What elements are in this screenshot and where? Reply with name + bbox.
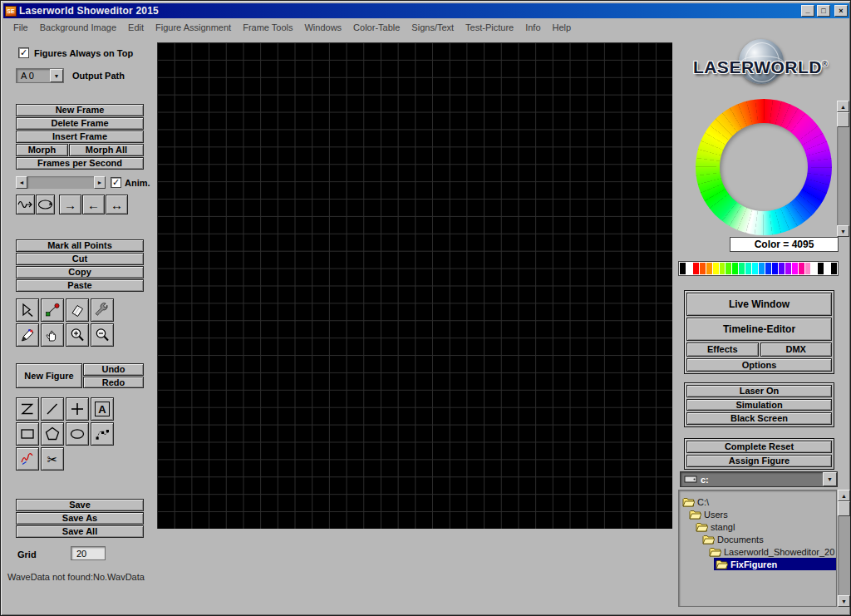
frames-per-second-button[interactable]: Frames per Second bbox=[16, 157, 144, 170]
palette-swatch[interactable] bbox=[765, 263, 771, 274]
palette-swatch[interactable] bbox=[752, 263, 758, 274]
wrench-tool-button[interactable] bbox=[91, 298, 114, 322]
color-wheel[interactable] bbox=[696, 99, 832, 235]
drive-combo-arrow-icon[interactable]: ▼ bbox=[823, 472, 837, 486]
menu-test-picture[interactable]: Test-Picture bbox=[460, 20, 519, 35]
palette-swatch[interactable] bbox=[792, 263, 798, 274]
anim-rotate-button[interactable] bbox=[36, 195, 55, 214]
morph-button[interactable]: Morph bbox=[16, 144, 68, 156]
palette-swatch[interactable] bbox=[811, 263, 817, 274]
scroll-down-icon[interactable]: ▼ bbox=[837, 225, 849, 237]
cut-button[interactable]: Cut bbox=[16, 253, 144, 265]
figures-on-top-checkbox[interactable]: ✓ bbox=[18, 47, 29, 58]
menu-help[interactable]: Help bbox=[547, 20, 578, 35]
color-scrollbar-track[interactable] bbox=[837, 112, 849, 225]
anim-checkbox[interactable]: ✓ bbox=[111, 177, 121, 188]
close-button[interactable]: × bbox=[834, 5, 848, 17]
grid-size-input[interactable]: 20 bbox=[71, 546, 106, 560]
frame-scrollbar-track[interactable] bbox=[27, 176, 94, 189]
mark-all-points-button[interactable]: Mark all Points bbox=[16, 239, 144, 252]
live-window-button[interactable]: Live Window bbox=[686, 293, 832, 316]
zigzag-figure-button[interactable] bbox=[16, 397, 39, 421]
scroll-up-icon[interactable]: ▲ bbox=[838, 490, 850, 501]
folder-tree-scrollbar[interactable]: ▲ ▼ bbox=[838, 490, 850, 607]
drive-select[interactable]: c: ▼ bbox=[680, 471, 838, 487]
palette-swatch[interactable] bbox=[779, 263, 785, 274]
palette-swatch[interactable] bbox=[726, 263, 731, 274]
new-frame-button[interactable]: New Frame bbox=[16, 104, 144, 116]
zoom-in-button[interactable] bbox=[66, 323, 89, 347]
menu-signs-text[interactable]: Signs/Text bbox=[406, 20, 460, 35]
frame-scrollbar[interactable]: ◄ ► bbox=[16, 176, 106, 189]
scroll-right-icon[interactable]: ► bbox=[94, 176, 106, 189]
combo-arrow-icon[interactable]: ▼ bbox=[50, 69, 63, 82]
bezier-figure-button[interactable] bbox=[91, 422, 114, 446]
copy-button[interactable]: Copy bbox=[16, 266, 144, 278]
color-wheel-scrollbar[interactable]: ▲ ▼ bbox=[837, 101, 849, 237]
complete-reset-button[interactable]: Complete Reset bbox=[686, 441, 832, 453]
palette-swatch[interactable] bbox=[706, 263, 712, 274]
palette-swatch[interactable] bbox=[720, 263, 726, 274]
select-tool-button[interactable] bbox=[16, 298, 39, 322]
zoom-out-button[interactable] bbox=[91, 323, 114, 347]
anim-pingpong-button[interactable]: ↔ bbox=[106, 195, 128, 214]
color-value-field[interactable]: Color = 4095 bbox=[730, 237, 839, 252]
anim-wave-button[interactable] bbox=[16, 195, 35, 214]
scissors-figure-button[interactable]: ✂ bbox=[41, 447, 64, 471]
palette-swatch[interactable] bbox=[700, 263, 706, 274]
save-as-button[interactable]: Save As bbox=[16, 512, 144, 525]
menu-frame-tools[interactable]: Frame Tools bbox=[237, 20, 298, 35]
palette-swatch[interactable] bbox=[693, 263, 699, 274]
tree-scrollbar-track[interactable] bbox=[838, 501, 850, 595]
palette-swatch[interactable] bbox=[739, 263, 745, 274]
scroll-down-icon[interactable]: ▼ bbox=[838, 595, 850, 607]
palette-swatch[interactable] bbox=[686, 263, 692, 274]
new-figure-button[interactable]: New Figure bbox=[16, 363, 82, 388]
tree-scrollbar-thumb[interactable] bbox=[838, 501, 850, 516]
menu-info[interactable]: Info bbox=[519, 20, 546, 35]
dmx-button[interactable]: DMX bbox=[760, 342, 833, 357]
save-all-button[interactable]: Save All bbox=[16, 525, 144, 538]
eraser-button[interactable] bbox=[66, 298, 89, 322]
undo-button[interactable]: Undo bbox=[83, 363, 144, 376]
anim-backward-button[interactable]: ← bbox=[82, 195, 105, 214]
insert-frame-button[interactable]: Insert Frame bbox=[16, 131, 144, 143]
laser-on-button[interactable]: Laser On bbox=[686, 385, 832, 397]
color-scrollbar-thumb[interactable] bbox=[837, 112, 849, 127]
black-screen-button[interactable]: Black Screen bbox=[686, 412, 832, 425]
line-figure-button[interactable] bbox=[41, 397, 64, 421]
menu-figure-assignment[interactable]: Figure Assignment bbox=[150, 20, 237, 35]
menu-file[interactable]: File bbox=[7, 20, 34, 35]
palette-swatch[interactable] bbox=[824, 263, 830, 274]
tree-item-c-drive[interactable]: C:\ bbox=[679, 495, 836, 508]
anim-forward-button[interactable]: → bbox=[59, 195, 81, 214]
ellipse-figure-button[interactable] bbox=[66, 422, 89, 446]
minimize-button[interactable]: _ bbox=[801, 5, 814, 17]
menu-edit[interactable]: Edit bbox=[122, 20, 150, 35]
tree-item-documents[interactable]: Documents bbox=[679, 533, 836, 545]
delete-frame-button[interactable]: Delete Frame bbox=[16, 117, 144, 130]
palette-swatch[interactable] bbox=[680, 263, 686, 274]
save-button[interactable]: Save bbox=[16, 499, 144, 511]
restore-button[interactable]: □ bbox=[817, 5, 830, 17]
effects-button[interactable]: Effects bbox=[686, 342, 759, 357]
menu-background-image[interactable]: Background Image bbox=[34, 20, 122, 35]
tree-item-stangl[interactable]: stangl bbox=[679, 520, 836, 533]
tree-item-laserworld-showeditor[interactable]: Laserworld_Showeditor_20 bbox=[679, 545, 836, 558]
rectangle-figure-button[interactable] bbox=[16, 422, 39, 446]
pen-tool-button[interactable] bbox=[16, 323, 39, 347]
palette-swatch[interactable] bbox=[772, 263, 778, 274]
cross-figure-button[interactable] bbox=[66, 397, 89, 421]
tree-item-users[interactable]: Users bbox=[679, 508, 836, 520]
palette-swatch[interactable] bbox=[745, 263, 751, 274]
palette-swatch[interactable] bbox=[831, 263, 837, 274]
freehand-figure-button[interactable] bbox=[16, 447, 39, 471]
drawing-canvas[interactable] bbox=[157, 42, 672, 529]
menu-color-table[interactable]: Color-Table bbox=[347, 20, 406, 35]
timeline-editor-button[interactable]: Timeline-Editor bbox=[686, 318, 832, 341]
simulation-button[interactable]: Simulation bbox=[686, 399, 832, 411]
assign-figure-button[interactable]: Assign Figure bbox=[686, 455, 832, 467]
output-path-select[interactable]: A 0 ▼ bbox=[16, 68, 64, 83]
palette-swatch[interactable] bbox=[759, 263, 765, 274]
menu-windows[interactable]: Windows bbox=[298, 20, 347, 35]
